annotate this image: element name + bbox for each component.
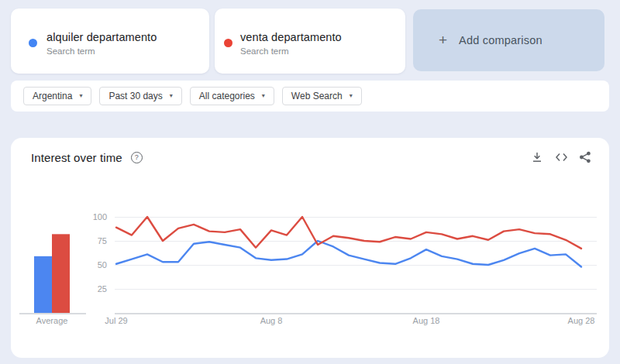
series-line (116, 241, 581, 266)
y-tick-label: 25 (98, 284, 107, 294)
interest-over-time-panel: Interest over time ? (11, 138, 609, 358)
add-comparison-label: Add comparison (459, 34, 542, 46)
filter-search-type-value: Web Search (291, 91, 343, 101)
filter-category-dropdown[interactable]: All categories ▾ (190, 87, 274, 105)
filter-time-range-value: Past 30 days (108, 91, 162, 101)
y-tick-label: 50 (98, 260, 107, 270)
filter-country-value: Argentina (33, 91, 72, 101)
average-bar (52, 234, 70, 313)
term-type-label: Search term (240, 46, 342, 56)
chevron-down-icon: ▾ (262, 93, 265, 99)
filter-category-value: All categories (199, 91, 255, 101)
x-tick-label: Aug 8 (260, 316, 283, 325)
series-color-dot-blue (29, 39, 37, 47)
add-comparison-button[interactable]: + Add comparison (413, 9, 604, 71)
term-card-venta-departamento[interactable]: venta departamento Search term (215, 9, 405, 74)
bar-average-label: Average (36, 316, 68, 325)
x-tick-label: Aug 18 (413, 316, 440, 325)
x-tick-label: Jul 29 (105, 316, 127, 325)
term-label: alquiler departamento (46, 31, 157, 43)
y-tick-label: 100 (93, 212, 107, 221)
y-tick-label: 75 (98, 236, 107, 246)
series-line (116, 217, 581, 249)
term-card-alquiler-departamento[interactable]: alquiler departamento Search term (11, 9, 209, 74)
term-type-label: Search term (46, 46, 157, 56)
x-tick-label: Aug 28 (568, 316, 595, 325)
filter-country-dropdown[interactable]: Argentina ▾ (23, 87, 91, 105)
average-bar (34, 256, 52, 313)
term-label: venta departamento (240, 31, 342, 43)
chevron-down-icon: ▾ (350, 93, 353, 99)
filter-time-range-dropdown[interactable]: Past 30 days ▾ (99, 87, 181, 105)
google-trends-explore-page: alquiler departamento Search term venta … (0, 0, 620, 364)
interest-over-time-chart: 255075100Jul 29Aug 8Aug 18Aug 28Average (11, 138, 609, 358)
chevron-down-icon: ▾ (170, 93, 173, 99)
plus-icon: + (439, 32, 447, 49)
chevron-down-icon: ▾ (79, 93, 82, 99)
series-color-dot-red (224, 39, 232, 47)
filter-bar: Argentina ▾ Past 30 days ▾ All categorie… (11, 81, 609, 112)
filter-search-type-dropdown[interactable]: Web Search ▾ (282, 87, 362, 105)
